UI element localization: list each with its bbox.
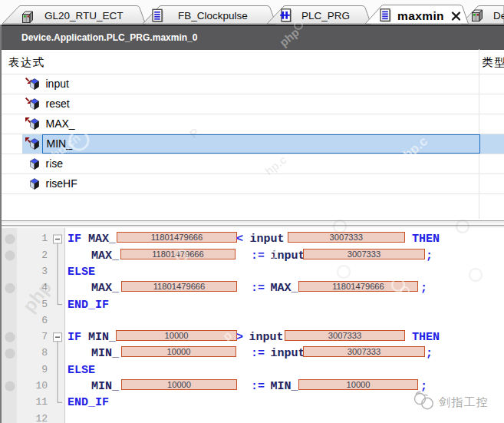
svg-text:剑指工控: 剑指工控 xyxy=(439,395,489,408)
